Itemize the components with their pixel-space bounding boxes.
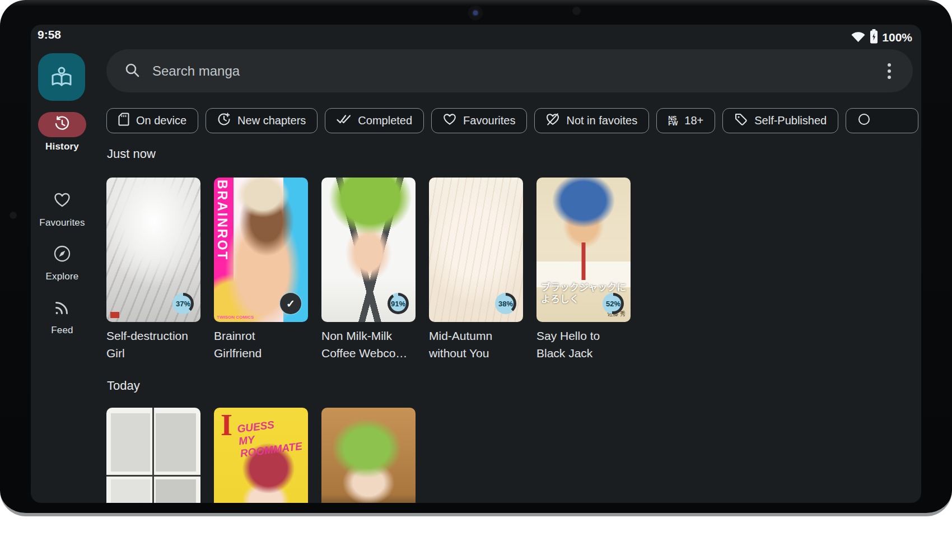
progress-label: 52% [605,296,621,311]
manga-card[interactable] [321,408,416,503]
heart-icon [443,113,456,128]
search-input[interactable] [152,63,878,79]
manga-cover: ブラックジャックに よろしく 佐藤 秀 52% [536,178,631,322]
sidebar-item-label: Explore [31,271,94,282]
section-title-today: Today [107,379,140,393]
feed-pill [38,296,86,321]
chip-label: 18+ [684,114,703,127]
battery-charging-icon [870,29,878,46]
progress-badge: 52% [603,293,624,314]
battery-percent: 100% [882,31,912,44]
history-active-pill [38,112,86,137]
chip-on-device[interactable]: On device [106,108,198,133]
manga-title: Brainrot Girlfriend [214,327,304,362]
cover-subtitle-text: GUESS MY ROOMMATE [236,417,291,460]
front-camera [468,6,483,20]
chip-18plus[interactable]: NS FW 18+ [656,108,715,133]
cover-title-text: I [221,408,232,442]
manga-cover: 91% [321,178,416,322]
progress-badge: 38% [495,293,516,314]
status-time: 9:58 [38,28,61,41]
status-icons: 100% [851,29,912,46]
manga-cover: 37% [106,178,200,322]
light-sensor [572,7,581,15]
manga-title: Self-destruction Girl [106,327,196,362]
manga-cover: BRAINROT TWISON COMICS [214,178,308,322]
wifi-icon [851,30,866,45]
sidebar-item-feed[interactable]: Feed [31,296,94,336]
chip-clipped[interactable] [846,108,918,133]
chip-label: New chapters [237,114,306,127]
chip-label: Self-Published [754,114,827,127]
progress-badge: 37% [172,293,194,314]
progress-label: 37% [175,296,191,311]
sidebar-item-label: Favourites [31,217,94,228]
favourites-pill [38,188,86,213]
tablet-screen: 9:58 100% [31,25,921,503]
history-icon [54,115,71,134]
tablet-bezel: 9:58 100% [0,0,952,516]
heart-off-icon [546,113,559,129]
cover-logo-mark [110,312,119,318]
manga-card-non-milk-milk-coffee[interactable]: 91% Non Milk-Milk Coffee Webco… [321,178,416,362]
progress-label: 91% [390,296,406,311]
manga-card-self-destruction-girl[interactable]: 37% Self-destruction Girl [106,178,200,362]
manga-cover [106,408,200,503]
completed-badge [280,293,301,314]
sidebar-item-history[interactable]: History [31,112,94,152]
chip-label: Not in favoites [566,114,637,127]
chip-not-in-favourites[interactable]: Not in favoites [534,108,649,133]
manga-title: Non Milk-Milk Coffee Webco… [321,327,411,362]
manga-cover: I GUESS MY ROOMMATE [214,408,308,503]
sidebar-item-label: History [31,141,94,152]
filter-chip-row: On device New chapters [106,108,921,134]
manga-title: Say Hello to Black Jack [536,327,626,362]
cover-imprint-text: TWISON COMICS [217,315,254,320]
manga-cover [321,408,416,503]
heart-icon [54,192,71,210]
tag-icon [734,113,748,129]
sidebar-item-favourites[interactable]: Favourites [31,188,94,228]
kebab-menu-icon[interactable] [878,60,900,82]
compass-icon [53,245,71,265]
chip-label: Completed [358,114,412,127]
manga-cover: 38% [429,178,523,322]
chip-new-chapters[interactable]: New chapters [206,108,318,133]
chip-self-published[interactable]: Self-Published [722,108,838,133]
nsfw-icon: NS FW [668,116,678,126]
manga-card-say-hello-to-black-jack[interactable]: ブラックジャックに よろしく 佐藤 秀 52% Say Hello to Bla… [536,178,631,362]
explore-pill [38,242,86,267]
cover-title-text: BRAINROT [214,180,230,261]
sd-card-icon [118,113,129,129]
manga-card-mid-autumn-without-you[interactable]: 38% Mid-Autumn without You [429,178,523,362]
manga-card-brainrot-girlfriend[interactable]: BRAINROT TWISON COMICS Brainrot Girlfrie… [214,178,308,362]
progress-badge: 91% [388,293,409,314]
chip-label: Favourites [463,114,515,127]
chip-favourites[interactable]: Favourites [431,108,527,133]
manga-card[interactable]: I GUESS MY ROOMMATE [214,408,308,503]
chip-completed[interactable]: Completed [325,108,424,133]
manga-card[interactable] [106,408,200,503]
today-row: I GUESS MY ROOMMATE [106,408,416,503]
check-icon [283,296,298,311]
section-title-just-now: Just now [107,147,156,161]
just-now-row: 37% Self-destruction Girl BRAINROT TWISO… [106,178,631,362]
clipped-chip-icon [857,113,871,129]
search-icon [124,62,140,80]
sidebar-item-label: Feed [31,325,94,336]
sidebar-item-explore[interactable]: Explore [31,242,94,282]
manga-title: Mid-Autumn without You [429,327,519,362]
app-logo-reader-icon[interactable] [38,53,85,101]
clock-update-icon [217,113,231,129]
chip-label: On device [136,114,186,127]
side-camera [10,212,17,219]
search-bar[interactable] [106,49,913,92]
page-background: 9:58 100% [0,0,952,560]
progress-label: 38% [498,296,514,311]
double-check-icon [337,114,351,128]
cover-tie-art [582,242,586,280]
rss-icon [54,299,71,318]
